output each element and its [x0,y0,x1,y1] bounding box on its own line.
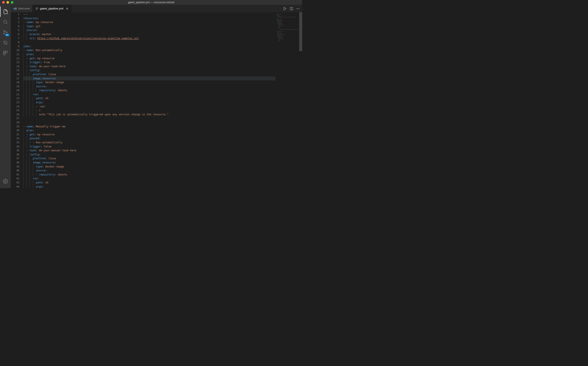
line-number: 8 [11,40,19,44]
minimap-content: ---resources:- name: my-resource type: g… [275,12,299,42]
line-number: 16 [11,72,19,76]
tab-gated-pipeline[interactable]: gated_pipeline.yml [32,5,72,12]
line-number: 4 [11,24,19,29]
activity-bar: 12 [0,5,11,188]
code-line[interactable]: source: [23,168,275,173]
code-line[interactable]: args: [23,185,275,188]
code-line[interactable]: echo "This job is automatically triggere… [23,113,275,117]
more-actions-button[interactable] [296,7,300,10]
code-line[interactable]: source: [23,28,275,32]
code-line[interactable]: - Run-automatically [23,141,275,145]
code-content[interactable]: ---resources:- name: my-resourcetype: gi… [23,12,275,188]
activity-settings[interactable] [0,176,11,186]
code-line[interactable]: - name: Run-automatically [23,48,275,52]
code-line[interactable]: config: [23,152,275,157]
svg-point-19 [297,8,297,9]
vscode-icon [13,7,17,10]
svg-point-21 [299,8,299,9]
line-number: 41 [11,173,19,177]
code-line[interactable]: image_resource: [23,160,275,165]
line-number: 39 [11,165,19,169]
code-line[interactable]: - | [23,108,275,113]
vertical-scrollbar[interactable] [299,12,302,188]
code-line[interactable] [23,40,275,44]
line-number: 27 [11,116,19,121]
line-number: 1 [11,12,19,16]
line-number: 5 [11,28,19,32]
activity-explorer[interactable] [0,7,11,17]
code-line[interactable]: resources: [23,16,275,21]
window-close[interactable] [2,1,5,4]
line-number: 19 [11,84,19,89]
code-line[interactable]: path: sh [23,181,275,185]
tab-welcome[interactable]: Welcome [11,5,32,12]
code-line[interactable]: type: docker-image [23,165,275,169]
code-line[interactable]: platform: linux [23,72,275,76]
line-number: 6 [11,32,19,36]
code-line[interactable]: jobs: [23,44,275,48]
code-line[interactable]: image_resource: [23,76,275,81]
code-line[interactable]: type: docker-image [23,80,275,84]
activity-extensions[interactable] [0,48,11,58]
code-line[interactable] [23,121,275,125]
code-area[interactable]: 1234567891011121314151617181920212223242… [11,12,302,188]
tab-label: Welcome [18,7,30,10]
activity-search[interactable] [0,17,11,27]
tab-label: gated_pipeline.yml [40,7,63,10]
code-line[interactable]: - name: my-resource [23,20,275,24]
svg-rect-9 [3,53,5,55]
code-line[interactable]: --- [23,12,275,16]
search-icon [3,19,8,25]
activity-debug[interactable] [0,38,11,48]
line-number: 13 [11,60,19,64]
code-line[interactable]: args: [23,100,275,105]
code-line[interactable]: trigger: true [23,60,275,64]
line-number: 37 [11,156,19,160]
code-line[interactable]: uri: https://github.com/pivotalservices/… [23,36,275,40]
activity-scm[interactable]: 12 [0,27,11,38]
window-minimize[interactable] [7,1,9,4]
svg-rect-7 [3,51,5,53]
line-number: 17 [11,76,19,81]
code-line[interactable]: type: git [23,24,275,29]
editor-actions [283,5,302,12]
line-number: 22 [11,96,19,100]
code-line[interactable]: path: sh [23,96,275,100]
code-line[interactable]: - task: do-your-manual-task-here [23,149,275,152]
code-line[interactable]: repository: ubuntu [23,88,275,92]
svg-point-20 [298,8,298,9]
code-line[interactable]: passed: [23,137,275,141]
split-editor-button[interactable] [290,7,293,10]
code-line[interactable]: - -exc [23,105,275,109]
line-number: 26 [11,113,19,117]
line-number: 42 [11,176,19,181]
minimap[interactable]: ---resources:- name: my-resource type: g… [275,12,299,188]
scroll-thumb[interactable] [299,12,302,51]
tab-close[interactable] [65,7,69,10]
code-line[interactable]: - get: my-resource [23,56,275,61]
code-line[interactable]: branch: master [23,32,275,36]
code-line[interactable] [23,116,275,121]
code-line[interactable]: trigger: false [23,145,275,149]
code-line[interactable]: run: [23,176,275,181]
line-number: 31 [11,133,19,137]
diff-icon [283,7,287,10]
code-line[interactable]: repository: ubuntu [23,173,275,177]
window-maximize[interactable] [11,1,13,4]
code-line[interactable]: - get: my-resource [23,133,275,137]
code-line[interactable]: plan: [23,129,275,133]
line-number: 20 [11,88,19,92]
open-changes-button[interactable] [283,7,287,10]
code-line[interactable]: source: [23,84,275,89]
code-line[interactable]: plan: [23,52,275,56]
line-number: 32 [11,137,19,141]
code-line[interactable]: platform: linux [23,156,275,160]
code-line[interactable]: run: [23,92,275,97]
code-line[interactable]: - name: Manually-trigger-me [23,125,275,129]
editor-area: Welcome gated_pipeline.yml [11,5,302,188]
line-number: 44 [11,185,19,188]
close-icon [65,7,69,10]
code-line[interactable]: - task: do-your-task-here [23,64,275,69]
code-line[interactable]: config: [23,68,275,72]
window-title: gated_pipeline.yml — concourse-tutorial [128,1,174,4]
